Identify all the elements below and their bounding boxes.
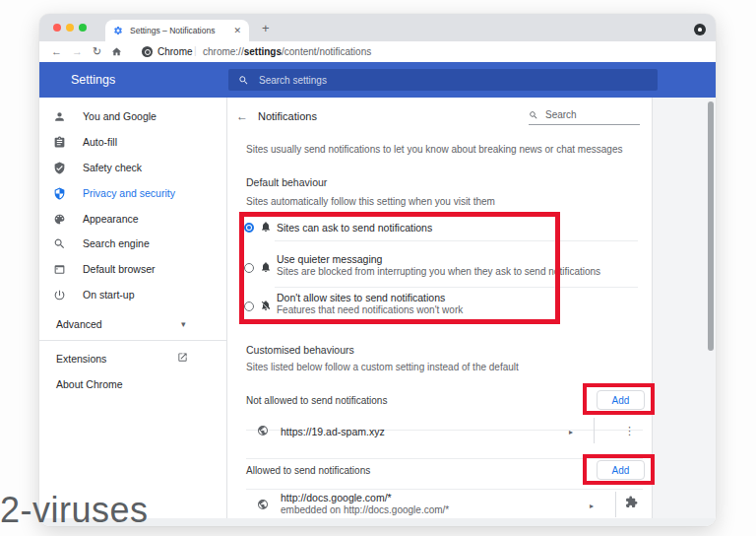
settings-title: Settings [71, 73, 115, 87]
sidebar-item-safety-check[interactable]: Safety check [53, 159, 142, 176]
settings-search-input[interactable] [257, 74, 648, 87]
browser-window-icon [53, 263, 66, 276]
sidebar-item-advanced[interactable]: Advanced [56, 318, 102, 330]
sidebar-item-autofill[interactable]: Auto-fill [53, 133, 117, 151]
section-subheading-customised: Sites listed below follow a custom setti… [246, 362, 519, 372]
url-bold-part: settings [244, 46, 282, 57]
url-divider: | [194, 45, 197, 56]
reload-icon[interactable]: ↻ [93, 45, 101, 58]
chevron-right-icon[interactable]: ▸ [590, 502, 594, 510]
tab-close-icon[interactable]: ✕ [233, 26, 241, 35]
sidebar-item-appearance[interactable]: Appearance [53, 210, 139, 228]
shield-check-icon [53, 162, 66, 174]
shield-half-icon [53, 187, 66, 200]
settings-gear-favicon-icon [113, 26, 123, 35]
settings-header: Settings [39, 62, 716, 98]
close-window-button[interactable] [53, 24, 61, 32]
not-allowed-label: Not allowed to send notifications [246, 395, 387, 406]
minimize-window-button[interactable] [66, 24, 74, 32]
sidebar-item-about-chrome[interactable]: About Chrome [56, 378, 123, 390]
globe-icon [257, 499, 269, 510]
sidebar-item-search-engine[interactable]: Search engine [53, 234, 150, 252]
highlight-box-add-blocked [583, 383, 655, 415]
clipboard-icon [53, 136, 66, 149]
highlight-box-default-behaviour [239, 212, 560, 324]
sidebar-divider [39, 340, 226, 341]
watermark: 2-viruses [0, 490, 149, 531]
inpage-search-input[interactable] [543, 108, 636, 121]
magnifier-icon [53, 237, 66, 250]
sidebar-item-label: Safety check [83, 162, 142, 173]
content-right-margin [653, 98, 716, 518]
allowed-site-url[interactable]: http://docs.google.com/* [281, 492, 392, 503]
url-prefix: chrome:// [203, 46, 244, 57]
back-icon[interactable]: ← [51, 45, 62, 58]
allowed-label: Allowed to send notifications [246, 465, 370, 476]
forward-icon: → [72, 45, 83, 58]
address-url[interactable]: chrome://settings/content/notifications [203, 46, 371, 57]
sidebar-item-label: Auto-fill [83, 136, 117, 148]
search-icon [529, 110, 538, 120]
settings-search-box[interactable] [228, 69, 658, 91]
home-icon[interactable] [111, 46, 122, 57]
tab-title: Settings – Notifications [130, 26, 229, 35]
blocked-site-url[interactable]: https://19.ad-spam.xyz [281, 426, 385, 437]
sidebar-item-privacy-and-security[interactable]: Privacy and security [53, 184, 175, 202]
scrollbar-thumb[interactable] [708, 101, 714, 351]
sidebar-item-label: On start-up [83, 289, 135, 301]
intro-text: Sites usually send notifications to let … [246, 144, 622, 155]
chrome-page-badge-icon[interactable] [142, 46, 153, 57]
url-origin-label: Chrome [158, 46, 193, 57]
sidebar-item-label: Appearance [83, 213, 139, 225]
row-separator [615, 492, 616, 517]
highlight-box-add-allowed [583, 454, 655, 485]
power-icon [53, 289, 66, 302]
sidebar-item-label: Privacy and security [83, 187, 175, 199]
tab-strip: Settings – Notifications ✕ + [39, 14, 716, 41]
globe-icon [257, 425, 269, 436]
row-separator [594, 418, 595, 443]
chevron-right-icon[interactable]: ▸ [569, 428, 573, 436]
new-tab-button[interactable]: + [262, 22, 270, 34]
sidebar-item-extensions[interactable]: Extensions [56, 353, 106, 365]
chevron-down-icon[interactable]: ▾ [181, 319, 186, 329]
search-icon [238, 75, 249, 86]
section-subheading: Sites automatically follow this setting … [246, 196, 495, 207]
palette-icon [53, 213, 66, 226]
row-divider [246, 489, 643, 490]
section-heading-customised: Customised behaviours [246, 344, 354, 356]
tab-settings-notifications[interactable]: Settings – Notifications ✕ [105, 20, 249, 41]
settings-body: You and Google Auto-fill Safety check Pr… [39, 98, 716, 526]
content-back-icon[interactable]: ← [236, 109, 248, 123]
recording-indicator-icon [694, 24, 706, 35]
sidebar-item-label: You and Google [83, 110, 157, 122]
allowed-site-embedded: embedded on http://docs.google.com/* [281, 504, 449, 515]
extension-site-puzzle-icon[interactable] [625, 496, 638, 508]
inpage-search-box[interactable] [529, 108, 640, 125]
sidebar-item-label: Default browser [83, 263, 156, 275]
sidebar-item-on-startup[interactable]: On start-up [53, 286, 135, 303]
sidebar-item-default-browser[interactable]: Default browser [53, 260, 156, 278]
url-suffix: /content/notifications [282, 46, 371, 57]
sidebar-item-label: Search engine [83, 237, 150, 249]
section-heading-default-behaviour: Default behaviour [246, 176, 327, 188]
browser-window: Settings – Notifications ✕ + ← → ↻ ☆ ⋮ C… [39, 14, 716, 526]
sidebar-item-you-and-google[interactable]: You and Google [53, 107, 157, 125]
maximize-window-button[interactable] [79, 24, 87, 32]
open-in-new-icon[interactable] [177, 352, 188, 363]
site-menu-icon[interactable]: ⋮ [624, 425, 635, 437]
screenshot-page: 2-viruses Settings – Notifications ✕ + ←… [0, 0, 756, 536]
page-title: Notifications [258, 110, 317, 122]
person-icon [53, 110, 66, 123]
